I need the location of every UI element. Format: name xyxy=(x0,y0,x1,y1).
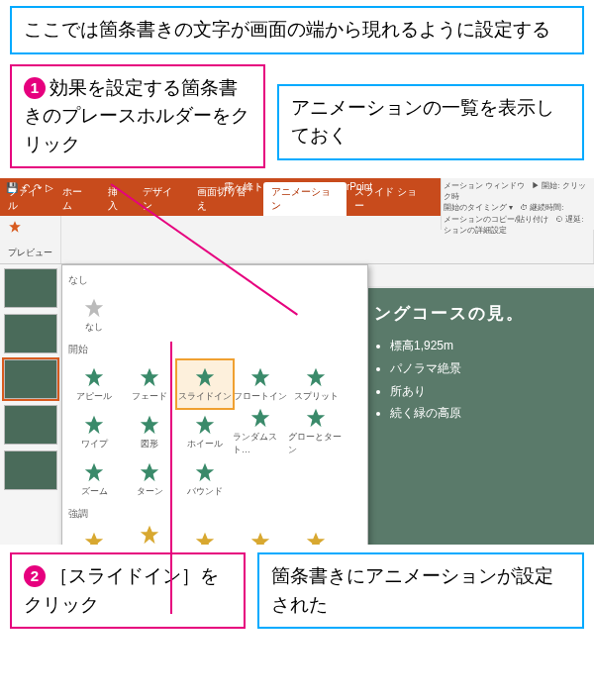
anim-entrance-0[interactable]: アピール xyxy=(66,360,122,408)
anim-entrance-7[interactable]: ホイール xyxy=(177,408,233,455)
thumb-4[interactable]: 4 xyxy=(4,405,57,445)
svg-marker-6 xyxy=(307,367,325,385)
svg-marker-10 xyxy=(251,409,269,427)
svg-marker-17 xyxy=(196,532,214,545)
duration-label: ⏱ 継続時間: xyxy=(520,203,563,212)
svg-marker-9 xyxy=(196,415,214,433)
anim-none[interactable]: なし xyxy=(66,291,122,339)
ribbon-group-preview: プレビュー xyxy=(0,216,61,263)
gallery-header-none: なし xyxy=(68,273,361,287)
step-number-2: 2 xyxy=(24,565,46,587)
svg-marker-12 xyxy=(85,462,103,480)
star-icon xyxy=(194,531,216,546)
star-icon xyxy=(305,531,327,546)
ribbon: プレビュー メーション ウィンドウ ▶ 開始: クリック時 開始のタイミング ▾… xyxy=(0,216,594,264)
star-icon xyxy=(83,414,105,436)
anim-label: フェード xyxy=(132,390,167,403)
anim-emphasis-0[interactable]: パルス xyxy=(66,525,122,545)
svg-marker-13 xyxy=(141,462,158,480)
callout-step2: 2［スライドイン］をクリック xyxy=(10,552,246,629)
star-icon xyxy=(249,407,271,429)
bullet-1[interactable]: 標高1,925m xyxy=(390,335,586,357)
tab-animations[interactable]: アニメーション xyxy=(263,182,347,216)
animation-gallery-dropdown: なし なし 開始 アピールフェードスライドインフロートインスプリットワイプ図形ホ… xyxy=(61,264,368,545)
anim-label: なし xyxy=(85,321,103,334)
bullet-3[interactable]: 所あり xyxy=(390,380,586,403)
anim-entrance-2[interactable]: スライドイン xyxy=(177,360,233,408)
tab-transitions[interactable]: 画面切り替え xyxy=(189,182,263,216)
callout-step2-text: ［スライドイン］をクリック xyxy=(24,565,219,615)
anim-label: バウンド xyxy=(187,485,223,498)
anim-entrance-11[interactable]: ターン xyxy=(122,455,177,503)
star-icon xyxy=(83,461,105,483)
svg-marker-16 xyxy=(141,526,158,544)
thumb-2[interactable]: 2 xyxy=(4,314,57,353)
star-icon xyxy=(139,414,160,436)
svg-marker-14 xyxy=(196,462,214,480)
star-icon xyxy=(194,461,216,483)
svg-marker-8 xyxy=(141,415,158,433)
anim-label: グローとターン xyxy=(288,431,344,456)
star-icon xyxy=(249,531,271,546)
bullet-placeholder[interactable]: 標高1,925m パノラマ絶景 所あり 続く緑の高原 xyxy=(374,335,586,425)
anim-emphasis-1[interactable]: カラー パルス xyxy=(122,525,177,545)
anim-entrance-10[interactable]: ズーム xyxy=(66,455,122,503)
ruler-area xyxy=(366,264,594,286)
anim-label: ワイプ xyxy=(81,438,108,450)
svg-marker-5 xyxy=(251,367,269,385)
bullet-4[interactable]: 続く緑の高原 xyxy=(390,402,586,425)
svg-marker-3 xyxy=(141,367,158,385)
svg-marker-0 xyxy=(9,221,21,233)
leader-line-2 xyxy=(170,342,172,614)
slide-title[interactable]: ングコースの見。 xyxy=(374,302,586,325)
star-icon xyxy=(139,524,160,545)
anim-entrance-1[interactable]: フェード xyxy=(122,360,177,408)
star-icon xyxy=(83,531,105,546)
slide-thumbnails: 1 2 3 4 5 xyxy=(0,264,65,545)
preview-icon[interactable] xyxy=(8,220,22,234)
callout-step1: 1効果を設定する箇条書きのプレースホルダーをクリック xyxy=(10,64,265,169)
anim-pane-btn[interactable]: メーション ウィンドウ xyxy=(444,181,525,190)
svg-marker-18 xyxy=(251,532,269,545)
anim-label: ズーム xyxy=(81,485,108,498)
anim-emphasis-2[interactable]: シーソー xyxy=(177,525,233,545)
trigger-btn[interactable]: 開始のタイミング ▾ xyxy=(444,203,513,212)
tab-design[interactable]: デザイン xyxy=(135,182,189,216)
anim-entrance-8[interactable]: ランダムスト… xyxy=(233,408,288,455)
callout-bottom-right: 箇条書きにアニメーションが設定された xyxy=(257,552,584,629)
gallery-header-emphasis: 強調 xyxy=(68,507,361,521)
start-label: ▶ 開始: xyxy=(532,181,559,190)
anim-emphasis-3[interactable]: スピン xyxy=(233,525,288,545)
anim-painter[interactable]: メーションのコピー/貼り付け xyxy=(444,215,548,224)
anim-label: ホイール xyxy=(187,438,223,450)
anim-label: スライドイン xyxy=(178,390,232,403)
anim-entrance-4[interactable]: スプリット xyxy=(288,360,344,408)
anim-label: 図形 xyxy=(141,438,158,450)
star-icon xyxy=(83,366,105,388)
thumb-1[interactable]: 1 xyxy=(4,268,57,308)
tab-slideshow[interactable]: スライド ショー xyxy=(346,182,433,216)
svg-marker-2 xyxy=(85,367,103,385)
bullet-2[interactable]: パノラマ絶景 xyxy=(390,357,586,380)
svg-marker-1 xyxy=(85,298,103,316)
tab-file[interactable]: ファイル xyxy=(0,182,54,216)
star-icon xyxy=(194,414,216,436)
anim-entrance-3[interactable]: フロートイン xyxy=(233,360,288,408)
star-icon xyxy=(139,461,160,483)
ribbon-timing-group: メーション ウィンドウ ▶ 開始: クリック時 開始のタイミング ▾ ⏱ 継続時… xyxy=(441,178,594,230)
anim-entrance-6[interactable]: 図形 xyxy=(122,408,177,455)
anim-entrance-5[interactable]: ワイプ xyxy=(66,408,122,455)
anim-emphasis-4[interactable]: 拡大/収縮 xyxy=(288,525,344,545)
anim-entrance-12[interactable]: バウンド xyxy=(177,455,233,503)
thumb-3[interactable]: 3 xyxy=(4,359,57,399)
slide-canvas[interactable]: ングコースの見。 標高1,925m パノラマ絶景 所あり 続く緑の高原 xyxy=(366,288,594,545)
svg-marker-7 xyxy=(85,415,103,433)
anim-entrance-9[interactable]: グローとターン xyxy=(288,408,344,455)
svg-marker-11 xyxy=(307,409,325,427)
anim-label: ランダムスト… xyxy=(233,431,288,456)
tab-home[interactable]: ホーム xyxy=(54,182,99,216)
callout-step1-text: 効果を設定する箇条書きのプレースホルダーをクリック xyxy=(24,77,249,154)
callout-right1: アニメーションの一覧を表示しておく xyxy=(277,84,584,160)
thumb-5[interactable]: 5 xyxy=(4,450,57,490)
svg-marker-4 xyxy=(196,367,214,385)
